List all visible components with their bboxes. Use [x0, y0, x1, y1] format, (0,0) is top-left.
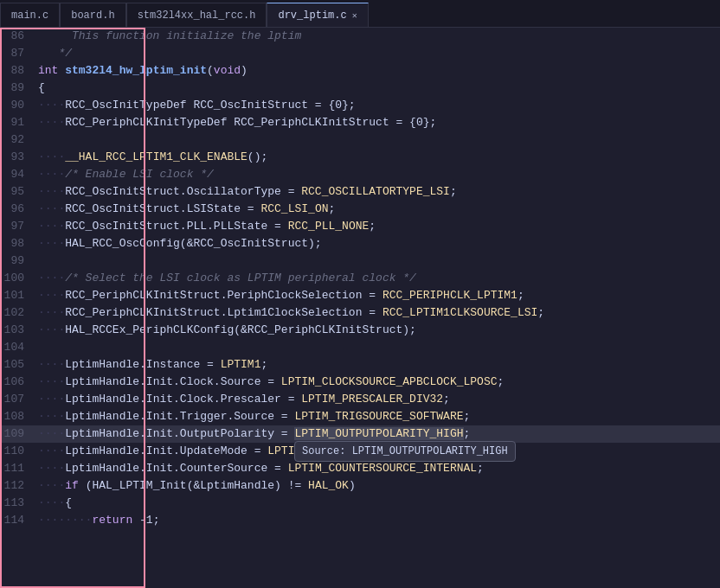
token: ; — [518, 289, 524, 302]
token: */ — [38, 47, 72, 60]
token: ( — [207, 64, 214, 77]
token: void — [214, 64, 241, 77]
token: ···· — [38, 220, 65, 233]
code-line-98: 98····HAL_RCC_OscConfig(&RCC_OscInitStru… — [0, 235, 720, 252]
line-code: ····/* Select the LSI clock as LPTIM per… — [38, 270, 720, 287]
line-code: ····LptimHandle.Instance = LPTIM1; — [38, 356, 720, 374]
tab-label: stm32l4xx_hal_rcc.h — [138, 10, 256, 22]
tab-label: main.c — [11, 10, 48, 22]
token: RCC_PeriphCLKInitStruct.PeriphClockSelec… — [65, 289, 382, 302]
token: RCC_OSCILLATORTYPE_LSI — [301, 185, 450, 198]
line-number: 92 — [0, 131, 38, 149]
line-code — [38, 252, 720, 270]
token: HAL_RCC_OscConfig(&RCC_OscInitStruct); — [65, 237, 321, 250]
token: ···· — [38, 410, 65, 423]
line-code: ····RCC_OscInitTypeDef RCC_OscInitStruct… — [38, 97, 720, 114]
code-line-93: 93····__HAL_RCC_LPTIM1_CLK_ENABLE(); — [0, 149, 720, 166]
code-scroll[interactable]: 86 This function initialize the lptim87 … — [0, 28, 720, 588]
code-line-92: 92 — [0, 131, 720, 149]
line-code: ····RCC_OscInitStruct.OscillatorType = R… — [38, 183, 720, 201]
token: ···· — [38, 427, 65, 440]
token: LPTIM1 — [221, 358, 261, 371]
token: ; — [498, 375, 505, 388]
line-number: 107 — [0, 391, 38, 408]
token: LptimHandle.Init.CounterSource = — [65, 462, 287, 475]
code-line-101: 101····RCC_PeriphCLKInitStruct.PeriphClo… — [0, 287, 720, 304]
line-number: 105 — [0, 356, 38, 374]
code-line-103: 103····HAL_RCCEx_PeriphCLKConfig(&RCC_Pe… — [0, 322, 720, 339]
token: ; — [443, 393, 450, 406]
line-code: ····if (HAL_LPTIM_Init(&LptimHandle) != … — [38, 477, 720, 495]
tab-drv-lptim[interactable]: drv_lptim.c ✕ — [267, 3, 368, 27]
token: ···· — [38, 150, 65, 163]
line-code: ····RCC_OscInitStruct.LSIState = RCC_LSI… — [38, 201, 720, 218]
line-number: 86 — [0, 28, 38, 45]
token: return — [92, 514, 132, 527]
line-code: ····LptimHandle.Init.Clock.Prescaler = L… — [38, 391, 720, 408]
line-number: 111 — [0, 460, 38, 477]
token: RCC_PeriphCLKInitStruct.Lptim1ClockSelec… — [65, 306, 382, 319]
token: HAL_RCCEx_PeriphCLKConfig(&RCC_PeriphCLK… — [65, 323, 416, 336]
line-number: 95 — [0, 183, 38, 201]
line-code: ····LptimHandle.Init.OutputPolarity = LP… — [38, 425, 720, 443]
line-code: ····RCC_PeriphCLKInitStruct.Lptim1ClockS… — [38, 304, 720, 322]
token: int — [38, 64, 58, 77]
token: ···· — [38, 479, 65, 492]
token: ···· — [38, 306, 65, 319]
line-code: ····HAL_RCC_OscConfig(&RCC_OscInitStruct… — [38, 235, 720, 252]
tab-stm32-rcc[interactable]: stm32l4xx_hal_rcc.h — [126, 3, 267, 27]
token: ···· — [38, 272, 65, 284]
code-line-97: 97····RCC_OscInitStruct.PLL.PLLState = R… — [0, 218, 720, 235]
token: ) — [241, 64, 248, 77]
token: LptimHandle.Init.UpdateMode = — [65, 444, 267, 457]
line-code: ········return -1; — [38, 512, 720, 529]
token: LptimHandle.Init.Clock.Prescaler = — [65, 393, 301, 406]
tab-main-c[interactable]: main.c — [0, 3, 60, 27]
code-line-99: 99 — [0, 252, 720, 270]
token: ···· — [38, 375, 65, 388]
token: /* Enable LSI clock */ — [65, 168, 214, 181]
line-code: ····__HAL_RCC_LPTIM1_CLK_ENABLE(); — [38, 149, 720, 166]
token: RCC_OscInitStruct.PLL.PLLState = — [65, 220, 287, 233]
token: ···· — [38, 237, 65, 250]
code-line-96: 96····RCC_OscInitStruct.LSIState = RCC_L… — [0, 201, 720, 218]
token: ; — [464, 410, 471, 423]
line-number: 99 — [0, 252, 38, 270]
code-line-100: 100····/* Select the LSI clock as LPTIM … — [0, 270, 720, 287]
line-number: 106 — [0, 374, 38, 391]
token: ; — [260, 358, 267, 371]
code-line-108: 108····LptimHandle.Init.Trigger.Source =… — [0, 408, 720, 425]
code-line-86: 86 This function initialize the lptim — [0, 28, 720, 45]
token: ········ — [38, 514, 92, 527]
line-number: 108 — [0, 408, 38, 425]
token: ···· — [38, 393, 65, 406]
token: This function initialize the lptim — [38, 29, 301, 42]
tab-board-h[interactable]: board.h — [60, 3, 125, 27]
token: ···· — [38, 289, 65, 302]
line-number: 114 — [0, 512, 38, 529]
token: ···· — [38, 358, 65, 371]
token: ···· — [38, 202, 65, 215]
line-number: 94 — [0, 166, 38, 183]
code-line-87: 87 */ — [0, 45, 720, 62]
tab-close-icon[interactable]: ✕ — [352, 10, 357, 21]
token: LptimHandle.Init.OutputPolarity = — [65, 427, 294, 440]
code-line-90: 90····RCC_OscInitTypeDef RCC_OscInitStru… — [0, 97, 720, 114]
line-code — [38, 339, 720, 356]
token: ···· — [38, 185, 65, 198]
line-code — [38, 131, 720, 149]
code-lines: 86 This function initialize the lptim87 … — [0, 28, 720, 529]
token: LPTIM_TRIGSOURCE_SOFTWARE — [294, 410, 463, 423]
line-number: 100 — [0, 270, 38, 287]
token: RCC_LSI_ON — [260, 202, 328, 215]
token: __HAL_RCC_LPTIM1_CLK_ENABLE — [65, 150, 248, 163]
line-code: */ — [38, 45, 720, 62]
line-number: 98 — [0, 235, 38, 252]
token: { — [38, 81, 45, 94]
code-line-91: 91····RCC_PeriphCLKInitTypeDef RCC_Perip… — [0, 114, 720, 131]
line-number: 89 — [0, 80, 38, 97]
line-number: 97 — [0, 218, 38, 235]
code-line-111: 111····LptimHandle.Init.CounterSource = … — [0, 460, 720, 477]
code-area: 86 This function initialize the lptim87 … — [0, 28, 720, 588]
token: LptimHandle.Init.Clock.Source = — [65, 375, 281, 388]
